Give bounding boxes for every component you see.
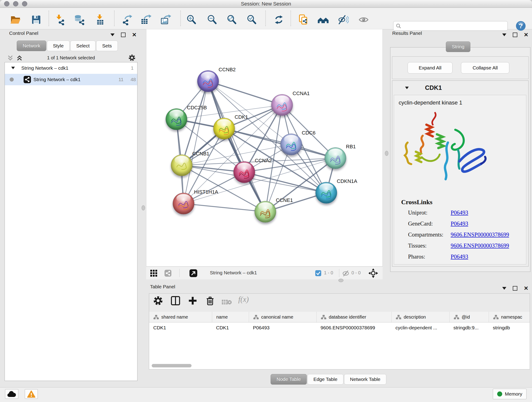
grid-view-icon[interactable]	[150, 270, 157, 277]
help-button[interactable]: ?	[515, 21, 526, 31]
delete-column-icon[interactable]	[205, 296, 215, 306]
results-panel-close-icon[interactable]: ✕	[524, 32, 528, 37]
import-network-from-database-button[interactable]	[74, 14, 85, 25]
cloud-button[interactable]	[5, 389, 18, 399]
hidden-eye-icon[interactable]	[342, 270, 349, 277]
results-panel-menu-caret-icon[interactable]	[502, 33, 506, 38]
node-ccnb1[interactable]	[171, 154, 192, 176]
expand-all-button[interactable]: Expand All	[408, 62, 452, 74]
export-image-button[interactable]	[160, 14, 171, 25]
show-neighbors-button[interactable]	[318, 14, 329, 25]
warnings-button[interactable]	[25, 389, 38, 399]
network-edge-count: 48	[125, 77, 136, 82]
table-horizontal-scrollbar[interactable]	[152, 364, 191, 367]
export-table-button[interactable]	[140, 14, 152, 25]
table-panel-float-icon[interactable]	[513, 286, 517, 291]
network-options-gear-icon[interactable]	[128, 54, 136, 61]
table-cell: stringdb:9...	[449, 322, 489, 333]
collapse-all-button[interactable]: Collapse All	[461, 62, 509, 74]
zoom-fit-content-button[interactable]	[226, 14, 237, 25]
network-collection-row[interactable]: String Network – cdk1 1	[5, 63, 137, 74]
detach-view-icon[interactable]	[189, 269, 197, 277]
left-splitter-handle[interactable]	[142, 205, 145, 211]
toolbar-separator	[49, 11, 49, 26]
column-header-namespac[interactable]: namespac	[489, 312, 530, 322]
tab-string[interactable]: String	[446, 41, 470, 52]
hide-selected-button[interactable]	[338, 14, 349, 25]
node-cdc25b[interactable]	[166, 108, 187, 130]
open-session-button[interactable]	[10, 14, 21, 25]
column-header-shared-name[interactable]: shared name	[149, 312, 212, 322]
apply-preferred-layout-button[interactable]	[273, 14, 284, 25]
node-cdk1[interactable]	[213, 118, 235, 139]
node-rb1[interactable]	[325, 147, 346, 169]
column-header--id[interactable]: @id	[449, 312, 489, 322]
bottom-splitter-handle[interactable]	[338, 279, 343, 282]
node-ccne1[interactable]	[254, 201, 276, 223]
network-selection-bar: 1 of 1 Network selected	[5, 55, 138, 61]
column-header-name[interactable]: name	[212, 312, 249, 322]
window-title: Session: New Session	[0, 0, 532, 7]
save-session-button[interactable]	[31, 14, 42, 25]
column-header-canonical-name[interactable]: canonical name	[249, 312, 317, 322]
results-panel-title: Results Panel	[392, 31, 422, 36]
string-share-icon[interactable]	[165, 270, 171, 277]
control-panel-close-icon[interactable]: ✕	[132, 32, 137, 37]
zoom-out-button[interactable]	[207, 14, 218, 25]
control-panel-float-icon[interactable]	[121, 32, 126, 37]
memory-button[interactable]: Memory	[493, 389, 526, 399]
tab-select[interactable]: Select	[70, 41, 95, 51]
tab-node-table[interactable]: Node Table	[271, 374, 307, 385]
table-options-gear-icon[interactable]	[153, 296, 163, 306]
import-table-button[interactable]	[95, 14, 106, 25]
gene-description: cyclin-dependent kinase 1	[399, 99, 462, 106]
node-cdc6[interactable]	[280, 134, 302, 155]
export-network-button[interactable]	[122, 14, 133, 25]
zoom-selected-button[interactable]	[246, 14, 257, 25]
birds-eye-navigator-icon[interactable]	[368, 268, 379, 279]
tab-sets[interactable]: Sets	[96, 41, 118, 51]
table-row[interactable]: CDK1CDK1P064939606.ENSP00000378699cyclin…	[149, 322, 530, 333]
column-label: description	[404, 314, 426, 320]
column-header-database-identifier[interactable]: database identifier	[317, 312, 391, 322]
crosslink-label: GeneCard:	[408, 220, 433, 227]
table-panel-close-icon[interactable]: ✕	[524, 286, 528, 291]
duplicate-network-button[interactable]	[298, 14, 309, 25]
selected-checkbox-icon[interactable]	[315, 270, 321, 276]
show-column-panel-icon[interactable]	[171, 296, 181, 306]
zoom-in-button[interactable]	[186, 14, 197, 25]
crosslink-link[interactable]: P06493	[451, 220, 468, 227]
table-panel-menu-caret-icon[interactable]	[502, 287, 506, 292]
network-row[interactable]: String Network – cdk1 11 48	[5, 74, 137, 85]
node-ccna2[interactable]	[234, 161, 255, 183]
add-column-icon[interactable]	[188, 296, 198, 306]
control-panel-menu-caret-icon[interactable]	[110, 33, 114, 38]
show-all-button[interactable]	[358, 14, 369, 25]
protein-texture	[169, 113, 184, 126]
column-label: shared name	[161, 314, 188, 320]
collection-caret-icon[interactable]	[11, 67, 15, 71]
tab-network-table[interactable]: Network Table	[344, 374, 386, 385]
import-network-button[interactable]	[54, 14, 65, 25]
tab-network[interactable]: Network	[17, 41, 46, 51]
tab-style[interactable]: Style	[47, 41, 70, 51]
tab-edge-table[interactable]: Edge Table	[307, 374, 343, 385]
search-input[interactable]	[393, 21, 508, 31]
column-header-description[interactable]: description	[391, 312, 449, 322]
crosslink-link[interactable]: P06493	[451, 210, 468, 216]
right-splitter-handle[interactable]	[385, 151, 388, 156]
results-panel-float-icon[interactable]	[513, 32, 517, 37]
node-cdkn1a[interactable]	[316, 182, 337, 204]
node-label-ccnb2: CCNB2	[219, 67, 236, 73]
node-ccna1[interactable]	[271, 94, 293, 116]
gene-section-caret-icon[interactable]	[405, 87, 409, 91]
protein-texture	[258, 205, 273, 219]
network-canvas[interactable]: CCNB2CCNA1CDC25BCDK1CDC6RB1CCNB1CCNA2CDK…	[146, 29, 383, 267]
node-ccnb2[interactable]	[197, 70, 219, 92]
crosslink-link[interactable]: 9606.ENSP00000378699	[451, 231, 509, 238]
node-hist1h1a[interactable]	[173, 193, 194, 214]
crosslink-link[interactable]: P06493	[451, 254, 468, 260]
crosslink-link[interactable]: 9606.ENSP00000378699	[451, 242, 509, 249]
column-label: name	[216, 314, 228, 320]
node-label-cdc6: CDC6	[302, 130, 316, 136]
